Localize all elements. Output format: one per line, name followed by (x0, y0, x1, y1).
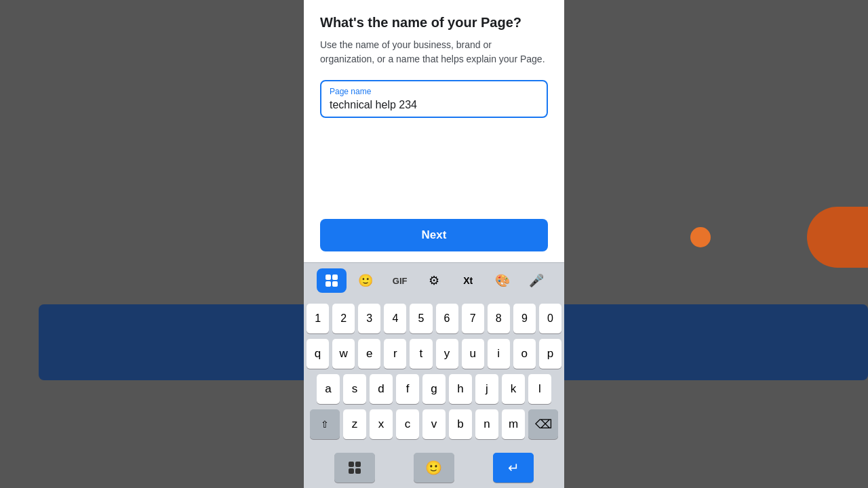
key-9[interactable]: 9 (513, 304, 536, 333)
key-6[interactable]: 6 (436, 304, 458, 333)
apps-bottom-key[interactable] (334, 453, 375, 483)
key-g[interactable]: g (422, 374, 446, 404)
key-l[interactable]: l (528, 374, 551, 404)
key-8[interactable]: 8 (488, 304, 510, 333)
key-0[interactable]: 0 (539, 304, 561, 333)
asdf-row: a s d f g h j k l (307, 374, 561, 404)
key-e[interactable]: e (358, 339, 380, 369)
mic-icon: 🎤 (529, 273, 544, 288)
modal-description: Use the name of your business, brand or … (320, 38, 548, 66)
key-y[interactable]: y (436, 339, 458, 369)
palette-icon: 🎨 (495, 273, 510, 288)
orange-circle-small (690, 227, 711, 247)
key-b[interactable]: b (449, 409, 472, 439)
key-q[interactable]: q (307, 339, 329, 369)
modal-title: What's the name of your Page? (320, 14, 548, 31)
svg-rect-7 (355, 468, 361, 474)
orange-circle-large (807, 207, 868, 268)
svg-rect-4 (349, 462, 354, 467)
shift-key[interactable]: ⇧ (310, 409, 340, 439)
gif-label: GIF (393, 276, 408, 286)
gear-icon: ⚙ (429, 273, 439, 288)
key-w[interactable]: w (332, 339, 355, 369)
key-i[interactable]: i (488, 339, 510, 369)
key-h[interactable]: h (449, 374, 472, 404)
key-1[interactable]: 1 (307, 304, 329, 333)
palette-toolbar-button[interactable]: 🎨 (488, 268, 517, 293)
gif-toolbar-button[interactable]: GIF (385, 268, 415, 293)
return-bottom-key[interactable]: ↵ (493, 453, 534, 483)
page-name-input-container[interactable]: Page name (320, 80, 548, 118)
key-d[interactable]: d (370, 374, 393, 404)
qwerty-row: q w e r t y u i o p (307, 339, 561, 369)
key-5[interactable]: 5 (410, 304, 432, 333)
keyboard-bottom-row: 🙂 ↵ (304, 450, 564, 488)
key-t[interactable]: t (410, 339, 432, 369)
key-7[interactable]: 7 (462, 304, 484, 333)
page-name-input[interactable] (330, 99, 538, 111)
key-k[interactable]: k (502, 374, 525, 404)
key-o[interactable]: o (513, 339, 536, 369)
key-s[interactable]: s (343, 374, 366, 404)
svg-rect-6 (349, 468, 354, 474)
key-j[interactable]: j (475, 374, 498, 404)
blue-bar-right (564, 304, 868, 380)
key-x[interactable]: x (370, 409, 393, 439)
number-row: 1 2 3 4 5 6 7 8 9 0 (307, 304, 561, 333)
key-3[interactable]: 3 (358, 304, 380, 333)
translate-icon: Xt (463, 275, 473, 286)
key-2[interactable]: 2 (332, 304, 355, 333)
backspace-key[interactable]: ⌫ (528, 409, 558, 439)
key-a[interactable]: a (317, 374, 340, 404)
mic-toolbar-button[interactable]: 🎤 (521, 268, 551, 293)
zxcv-row: ⇧ z x c v b n m ⌫ (307, 409, 561, 439)
key-4[interactable]: 4 (384, 304, 406, 333)
key-p[interactable]: p (539, 339, 561, 369)
key-z[interactable]: z (343, 409, 366, 439)
emoji-icon: 🙂 (358, 273, 373, 288)
page-name-input-label: Page name (330, 87, 538, 96)
svg-rect-1 (332, 274, 338, 280)
svg-rect-3 (332, 281, 338, 287)
page-name-modal: What's the name of your Page? Use the na… (304, 0, 564, 488)
key-u[interactable]: u (462, 339, 484, 369)
settings-toolbar-button[interactable]: ⚙ (419, 268, 449, 293)
svg-rect-5 (355, 462, 361, 467)
next-button-wrapper: Next (304, 219, 564, 262)
blue-bar-left (39, 304, 304, 380)
background-left (0, 0, 304, 488)
key-v[interactable]: v (422, 409, 446, 439)
emoji-toolbar-button[interactable]: 🙂 (351, 268, 380, 293)
key-m[interactable]: m (502, 409, 525, 439)
svg-rect-2 (326, 281, 331, 287)
key-r[interactable]: r (384, 339, 406, 369)
key-f[interactable]: f (396, 374, 419, 404)
apps-toolbar-button[interactable] (317, 268, 347, 293)
translate-toolbar-button[interactable]: Xt (453, 268, 483, 293)
key-n[interactable]: n (475, 409, 498, 439)
svg-rect-0 (326, 274, 331, 280)
emoji-bottom-key[interactable]: 🙂 (414, 453, 454, 483)
on-screen-keyboard: 1 2 3 4 5 6 7 8 9 0 q w e r t y u i o p … (304, 298, 564, 450)
next-button[interactable]: Next (320, 219, 548, 251)
keyboard-toolbar: 🙂 GIF ⚙ Xt 🎨 🎤 (304, 262, 564, 298)
key-c[interactable]: c (396, 409, 419, 439)
